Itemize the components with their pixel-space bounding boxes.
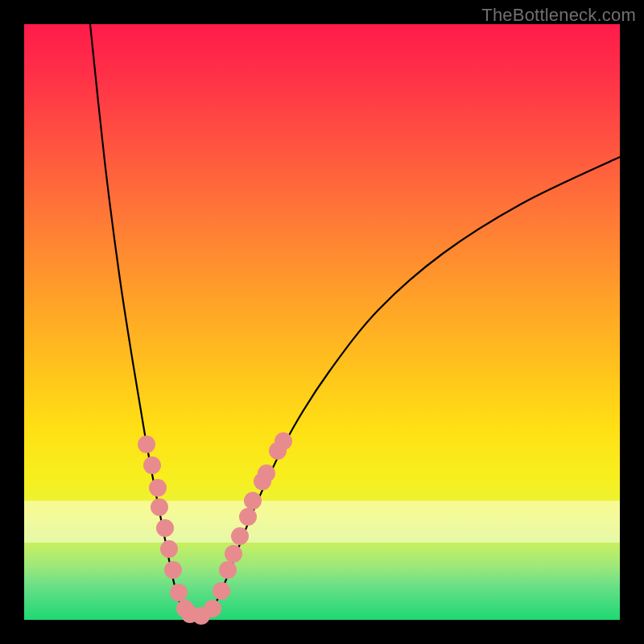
data-dot [231, 527, 249, 545]
data-dot [170, 584, 188, 601]
plot-area [24, 24, 620, 620]
data-dot [213, 582, 230, 600]
right-branch-path [209, 157, 620, 613]
data-dot [244, 492, 262, 510]
data-dot [138, 436, 155, 453]
chart-frame: TheBottleneck.com [0, 0, 644, 644]
data-dot [160, 540, 178, 558]
watermark-text: TheBottleneck.com [481, 5, 636, 26]
data-dot [239, 508, 257, 526]
data-dot [143, 456, 161, 474]
data-dot [275, 432, 292, 450]
dots-group [138, 432, 292, 625]
data-dot [204, 600, 221, 617]
chart-svg [24, 24, 620, 620]
data-dot [258, 464, 275, 482]
data-dot [164, 561, 182, 579]
data-dot [225, 545, 242, 563]
data-dot [156, 519, 174, 537]
data-dot [151, 498, 168, 516]
data-dot [149, 479, 167, 497]
data-dot [219, 561, 237, 579]
